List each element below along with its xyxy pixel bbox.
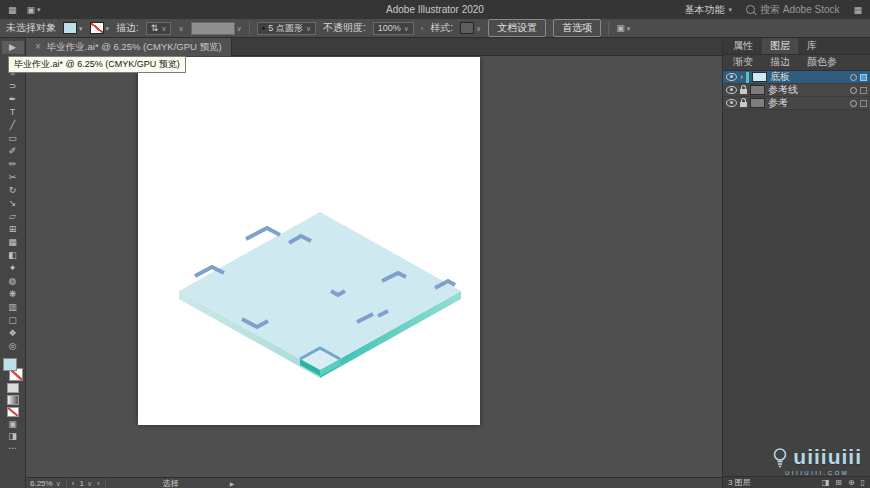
arrange-documents-glyph: ▣	[27, 5, 36, 15]
opacity-more-arrow-icon[interactable]: ›	[421, 25, 423, 32]
none-mode-icon	[7, 407, 19, 417]
panel-tab-group-2: 渐变 描边 颜色参	[723, 55, 870, 71]
none-mode-button[interactable]	[5, 406, 21, 417]
mesh-tool[interactable]: ▦	[2, 236, 24, 249]
eyedropper-tool[interactable]: ✦	[2, 262, 24, 275]
fill-stroke-swatches[interactable]	[3, 358, 23, 381]
layer-thumbnail[interactable]	[750, 85, 765, 95]
target-circle-icon[interactable]	[850, 74, 857, 81]
layer-name[interactable]: 参考	[768, 96, 847, 110]
chevron-down-icon: ∨	[306, 25, 311, 32]
hand-tool[interactable]: ❖	[2, 327, 24, 340]
panel-options-icon[interactable]: ▣ ▾	[616, 23, 630, 33]
scissors-tool[interactable]: ✂	[2, 171, 24, 184]
workspace-switcher[interactable]: 基本功能 ▾	[684, 3, 732, 17]
brush-definition-dropdown[interactable]: ● 5 点圆形 ∨	[257, 22, 316, 35]
screen-mode-button[interactable]: ◨	[5, 430, 21, 441]
symbol-sprayer-tool[interactable]: ❋	[2, 288, 24, 301]
visibility-eye-icon[interactable]	[726, 99, 737, 107]
status-menu-arrow-icon[interactable]: ▶	[230, 480, 235, 487]
blend-tool[interactable]: ◍	[2, 275, 24, 288]
stroke-color-dropdown[interactable]: ▾	[90, 22, 110, 34]
pen-tool[interactable]: ✒	[2, 93, 24, 106]
edit-toolbar-button[interactable]: ⋯	[5, 442, 21, 453]
close-icon[interactable]: ×	[35, 42, 41, 52]
gradient-mode-button[interactable]	[5, 394, 21, 405]
zoom-tool[interactable]: ◎	[2, 340, 24, 353]
column-graph-tool[interactable]: ▥	[2, 301, 24, 314]
lock-icon[interactable]	[740, 102, 747, 107]
paintbrush-tool[interactable]: ✐	[2, 145, 24, 158]
visibility-eye-icon[interactable]	[726, 86, 737, 94]
chevron-down-icon: ∨	[237, 25, 242, 32]
new-layer-button[interactable]: ⊕	[848, 478, 855, 487]
document-canvas[interactable]	[26, 56, 722, 477]
tab-stroke[interactable]: 描边	[762, 54, 798, 70]
panel-options-glyph: ▣	[616, 23, 625, 33]
tab-gradient[interactable]: 渐变	[725, 54, 761, 70]
fill-color-dropdown[interactable]: ▾	[63, 22, 83, 34]
shape-builder-tool[interactable]: ⊞	[2, 223, 24, 236]
artboard[interactable]	[138, 57, 480, 425]
document-setup-button[interactable]: 文档设置	[488, 19, 546, 37]
layer-name[interactable]: 底板	[770, 70, 847, 84]
divider	[249, 22, 250, 35]
new-sublayer-button[interactable]: ⊞	[835, 478, 842, 487]
prev-artboard-button[interactable]: ‹	[72, 479, 75, 488]
panel-grid-icon[interactable]: ▦	[853, 5, 862, 15]
zoom-value: 6.25%	[30, 479, 53, 488]
isometric-tile-artwork[interactable]	[138, 57, 480, 425]
lasso-tool[interactable]: ⊃	[2, 80, 24, 93]
width-profile-dropdown[interactable]: ∨	[191, 22, 242, 35]
color-mode-button[interactable]	[5, 382, 21, 393]
stock-search[interactable]: 搜索 Adobe Stock	[746, 3, 839, 17]
chevron-down-icon: ▾	[728, 6, 732, 13]
target-circle-icon[interactable]	[850, 87, 857, 94]
draw-mode-button[interactable]: ▣	[5, 418, 21, 429]
selection-tool[interactable]: ▶	[2, 41, 24, 54]
tab-properties[interactable]: 属性	[725, 38, 761, 54]
arrange-documents-icon[interactable]: ▣ ▾	[27, 5, 41, 15]
artboard-number: 1	[79, 479, 83, 488]
layer-row-reference[interactable]: 参考	[723, 97, 870, 110]
tab-layers[interactable]: 图层	[762, 38, 798, 54]
ellipsis-icon: ⋯	[8, 443, 17, 453]
artboard-tool[interactable]: ▢	[2, 314, 24, 327]
style-dropdown[interactable]: ∨	[460, 22, 481, 34]
scale-tool[interactable]: ↘	[2, 197, 24, 210]
preferences-button[interactable]: 首选项	[553, 19, 601, 37]
free-transform-tool[interactable]: ▱	[2, 210, 24, 223]
target-circle-icon[interactable]	[850, 100, 857, 107]
brush-name: 5 点圆形	[268, 22, 303, 35]
delete-layer-button[interactable]: ▯	[861, 478, 865, 487]
fill-proxy-swatch[interactable]	[3, 358, 17, 371]
layer-name[interactable]: 参考线	[768, 83, 847, 97]
document-tab[interactable]: × 毕业作业.ai* @ 6.25% (CMYK/GPU 预览)	[26, 38, 232, 56]
stroke-options-chevron-icon[interactable]: ∨	[178, 25, 183, 32]
rectangle-tool[interactable]: ▭	[2, 132, 24, 145]
app-grid-icon[interactable]: ▦	[8, 5, 17, 15]
stroke-weight-stepper[interactable]: ⇅ ∨	[146, 22, 172, 35]
tab-libraries[interactable]: 库	[799, 38, 825, 54]
expand-chevron-icon[interactable]: ›	[740, 73, 743, 82]
lock-icon[interactable]	[740, 89, 747, 94]
opacity-dropdown[interactable]: 100% ∨	[373, 22, 414, 35]
selection-indicator-chip[interactable]	[860, 100, 867, 107]
title-bar: ▦ ▣ ▾ Adobe Illustrator 2020 基本功能 ▾ 搜索 A…	[0, 0, 870, 19]
rotate-tool[interactable]: ↻	[2, 184, 24, 197]
zoom-level-select[interactable]: 6.25% ∨	[30, 479, 61, 488]
layer-thumbnail[interactable]	[750, 98, 765, 108]
line-segment-tool[interactable]: ╱	[2, 119, 24, 132]
layer-thumbnail[interactable]	[752, 72, 767, 82]
tab-color-guide[interactable]: 颜色参	[799, 54, 845, 70]
pencil-tool[interactable]: ✏	[2, 158, 24, 171]
artboard-navigation-select[interactable]: 1 ∨	[79, 479, 92, 488]
selection-indicator-chip[interactable]	[860, 87, 867, 94]
make-mask-button[interactable]: ◨	[822, 478, 830, 487]
selection-indicator-chip[interactable]	[860, 74, 867, 81]
visibility-eye-icon[interactable]	[726, 73, 737, 81]
gradient-tool[interactable]: ◧	[2, 249, 24, 262]
selection-status-label: 未选择对象	[6, 21, 56, 35]
next-artboard-button[interactable]: ›	[97, 479, 100, 488]
type-tool[interactable]: T	[2, 106, 24, 119]
